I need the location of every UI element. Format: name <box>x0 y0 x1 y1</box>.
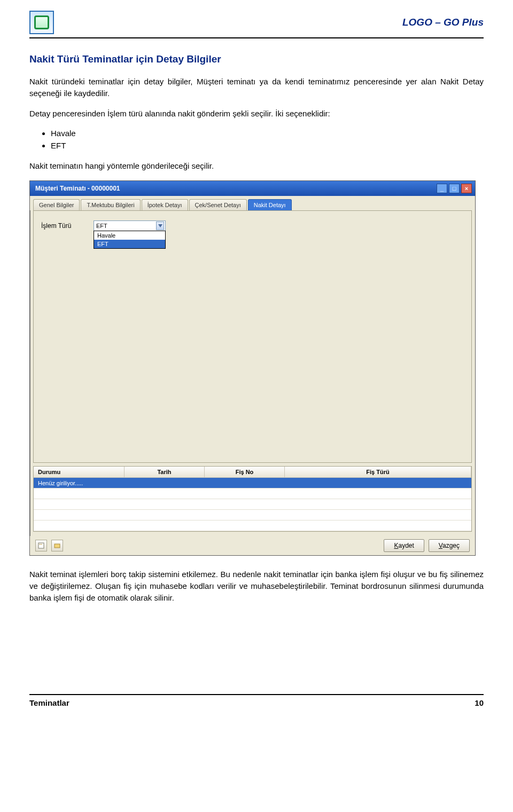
page-header: LOGO – GO Plus <box>29 11 484 38</box>
tab-tmektubu[interactable]: T.Mektubu Bilgileri <box>81 199 140 210</box>
options-list: Havale EFT <box>51 128 484 152</box>
grid-row-empty[interactable] <box>34 499 471 510</box>
kaydet-button[interactable]: Kaydet <box>384 539 424 552</box>
option-havale[interactable]: Havale <box>94 231 165 240</box>
svg-rect-0 <box>38 543 44 548</box>
paragraph-4: Nakit teminat işlemleri borç takip siste… <box>29 569 484 603</box>
islem-turu-dropdown: Havale EFT <box>94 231 166 249</box>
close-icon[interactable]: × <box>461 184 472 193</box>
button-bar: Kaydet Vazgeç <box>30 536 475 555</box>
toolbar-open-icon[interactable] <box>51 540 63 551</box>
minimize-icon[interactable]: _ <box>437 184 447 193</box>
islem-turu-label: İşlem Türü <box>41 220 84 230</box>
cell-durumu: Henüz giriliyor..... <box>34 480 125 486</box>
grid-row-selected[interactable]: Henüz giriliyor..... <box>34 478 471 488</box>
tab-ceksenet[interactable]: Çek/Senet Detayı <box>189 199 247 210</box>
paragraph-1: Nakit türündeki teminatlar için detay bi… <box>29 76 484 99</box>
app-window: Müşteri Teminatı - 00000001 _ □ × Genel … <box>29 180 476 556</box>
section-title: Nakit Türü Teminatlar için Detay Bilgile… <box>29 53 484 65</box>
svg-rect-2 <box>55 544 60 548</box>
logo-icon <box>29 11 54 34</box>
col-fisturu[interactable]: Fiş Türü <box>285 467 471 477</box>
footer-left: Teminatlar <box>29 698 69 707</box>
islem-turu-combo-wrap: EFT Havale EFT <box>94 220 166 249</box>
status-grid: Durumu Tarih Fiş No Fiş Türü Henüz giril… <box>33 466 472 532</box>
col-durumu[interactable]: Durumu <box>34 467 125 477</box>
vazgec-button[interactable]: Vazgeç <box>429 539 470 552</box>
grid-header-row: Durumu Tarih Fiş No Fiş Türü <box>34 467 471 478</box>
islem-turu-value: EFT <box>96 223 107 229</box>
form-spacer <box>41 254 464 457</box>
tab-body: İşlem Türü EFT Havale EFT <box>33 210 472 463</box>
maximize-icon[interactable]: □ <box>449 184 460 193</box>
paragraph-3: Nakit teminatın hangi yöntemle gönderile… <box>29 160 484 172</box>
grid-row-empty[interactable] <box>34 521 471 531</box>
bullet-havale: Havale <box>51 128 484 140</box>
col-fisno[interactable]: Fiş No <box>205 467 285 477</box>
window-title: Müşteri Teminatı - 00000001 <box>35 185 437 192</box>
kaydet-label: aydet <box>398 542 414 549</box>
footer-page-number: 10 <box>475 698 484 707</box>
tab-ipotek[interactable]: İpotek Detayı <box>142 199 188 210</box>
logo-inner-icon <box>34 15 49 29</box>
grid-row-empty[interactable] <box>34 488 471 499</box>
tab-row: Genel Bilgiler T.Mektubu Bilgileri İpote… <box>30 196 475 210</box>
islem-turu-combo[interactable]: EFT <box>94 220 166 231</box>
page-footer: Teminatlar 10 <box>29 694 484 707</box>
grid-row-empty[interactable] <box>34 510 471 521</box>
option-eft[interactable]: EFT <box>94 240 165 248</box>
window-titlebar: Müşteri Teminatı - 00000001 _ □ × <box>30 181 475 196</box>
brand-title: LOGO – GO Plus <box>402 17 484 28</box>
toolbar-new-icon[interactable] <box>35 540 47 551</box>
chevron-down-icon[interactable] <box>156 222 164 230</box>
form-row-islem-turu: İşlem Türü EFT Havale EFT <box>41 220 464 249</box>
tab-nakit[interactable]: Nakit Detayı <box>248 199 292 210</box>
vazgec-label: azgeç <box>442 542 460 549</box>
bullet-eft: EFT <box>51 140 484 152</box>
tab-genel-bilgiler[interactable]: Genel Bilgiler <box>33 199 80 210</box>
paragraph-2: Detay penceresinden İşlem türü alanında … <box>29 108 484 120</box>
col-tarih[interactable]: Tarih <box>125 467 205 477</box>
svg-rect-1 <box>39 544 42 545</box>
